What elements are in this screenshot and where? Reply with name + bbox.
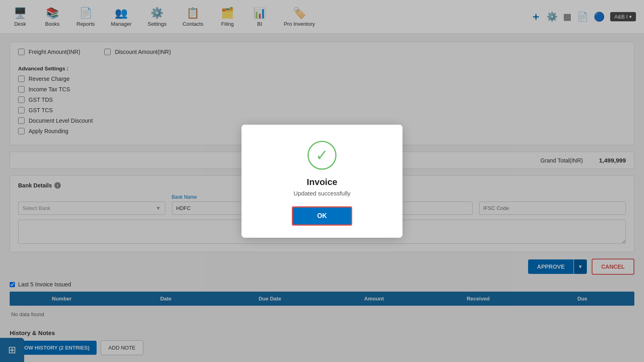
modal-subtitle: Updated successfully xyxy=(293,190,351,197)
success-modal: ✓ Invoice Updated successfully OK xyxy=(242,125,402,238)
modal-title: Invoice xyxy=(307,177,337,187)
modal-ok-button[interactable]: OK xyxy=(292,206,352,226)
checkmark-icon: ✓ xyxy=(316,148,328,163)
success-check-circle: ✓ xyxy=(308,141,336,170)
modal-overlay: ✓ Invoice Updated successfully OK xyxy=(0,0,644,362)
